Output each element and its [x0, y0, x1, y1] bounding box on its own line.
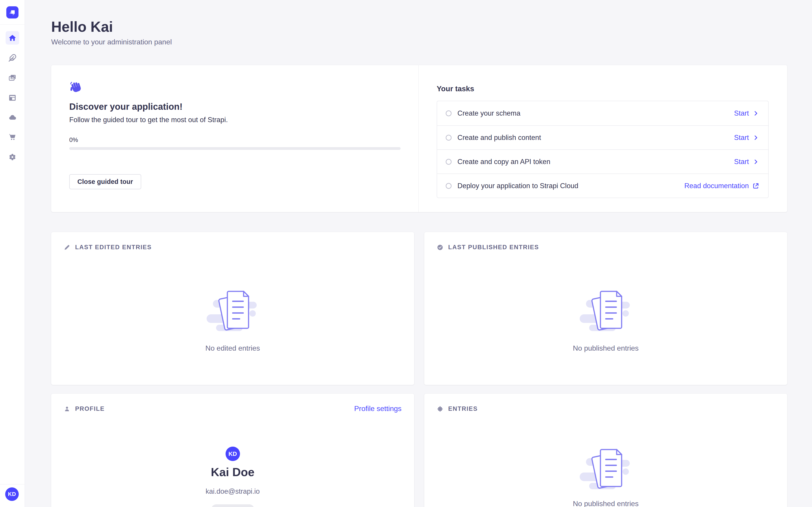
task-list: Create your schema Start Create and publ… [437, 101, 769, 198]
task-status-circle [446, 159, 452, 165]
settings-gear-icon [8, 153, 16, 161]
guided-tour-title: Discover your application! [69, 102, 400, 112]
close-guided-tour-button[interactable]: Close guided tour [69, 174, 141, 189]
chevron-right-icon [753, 134, 759, 141]
person-icon [64, 406, 70, 412]
external-link-icon [753, 182, 759, 189]
task-start-link[interactable]: Start [734, 158, 759, 166]
feather-icon [8, 54, 16, 62]
last-published-entries-card: LAST PUBLISHED ENTRIES No published entr… [424, 232, 787, 385]
sidebar-item-media-library[interactable] [6, 71, 19, 84]
task-label: Deploy your application to Strapi Cloud [457, 182, 578, 190]
profile-name: Kai Doe [51, 465, 414, 479]
your-tasks-title: Your tasks [437, 84, 768, 93]
last-edited-entries-card: LAST EDITED ENTRIES No edited entries [51, 232, 414, 385]
task-label: Create and copy an API token [457, 158, 550, 166]
cloud-icon [8, 113, 16, 121]
task-row: Create your schema Start [437, 101, 768, 125]
sidebar-item-cloud[interactable] [6, 111, 19, 124]
chevron-right-icon [753, 158, 759, 165]
task-action-label: Start [734, 133, 749, 142]
task-action-label: Start [734, 109, 749, 117]
task-start-link[interactable]: Start [734, 109, 759, 117]
your-tasks-panel: Your tasks Create your schema Start Crea… [419, 65, 787, 212]
guided-tour-card: Discover your application! Follow the gu… [51, 65, 418, 212]
sidebar-divider-bottom [0, 484, 25, 485]
home-icon [8, 34, 16, 42]
task-status-circle [446, 110, 452, 116]
empty-documents-illustration [574, 281, 638, 335]
sidebar-item-home[interactable] [6, 31, 19, 45]
media-library-icon [8, 74, 16, 82]
progress-label: 0% [69, 136, 400, 144]
progress-bar [69, 147, 401, 150]
page-subtitle: Welcome to your administration panel [51, 38, 172, 46]
sidebar-item-settings[interactable] [6, 150, 19, 164]
task-action-label: Start [734, 158, 749, 166]
read-documentation-link[interactable]: Read documentation [684, 182, 759, 190]
chevron-right-icon [753, 110, 759, 117]
sidebar-user-avatar[interactable]: KD [5, 488, 19, 501]
task-status-circle [446, 135, 452, 140]
sidebar-item-content-manager[interactable] [6, 51, 19, 65]
waving-hand-icon [69, 81, 400, 94]
guided-tour-and-tasks-panel: Discover your application! Follow the gu… [51, 65, 787, 212]
empty-documents-illustration [201, 281, 264, 335]
sidebar-item-content-type-builder[interactable] [6, 91, 19, 105]
strapi-logo[interactable] [6, 6, 18, 18]
empty-state-text: No published entries [573, 344, 639, 352]
task-row: Create and copy an API token Start [437, 150, 768, 173]
sidebar-item-marketplace[interactable] [6, 130, 19, 144]
task-row: Create and publish content Start [437, 125, 768, 150]
profile-settings-link[interactable]: Profile settings [354, 404, 402, 413]
empty-state-text: No edited entries [205, 344, 260, 352]
profile-role-badge [211, 504, 254, 507]
task-action-label: Read documentation [684, 182, 749, 190]
profile-card: PROFILE Profile settings KD Kai Doe kai.… [51, 394, 414, 507]
profile-avatar: KD [225, 447, 240, 461]
layout-icon [8, 94, 16, 102]
empty-documents-illustration [574, 439, 638, 493]
card-title: PROFILE [75, 405, 105, 412]
entries-card: ENTRIES No published entries [424, 394, 787, 507]
task-label: Create your schema [457, 109, 520, 117]
profile-email: kai.doe@strapi.io [51, 488, 414, 496]
task-start-link[interactable]: Start [734, 133, 759, 142]
empty-state-text: No published entries [573, 500, 639, 507]
card-header: PROFILE [64, 405, 105, 412]
task-row: Deploy your application to Strapi Cloud … [437, 173, 768, 198]
guided-tour-description: Follow the guided tour to get the most o… [69, 116, 400, 124]
page-title: Hello Kai [51, 18, 113, 35]
task-label: Create and publish content [457, 133, 541, 142]
task-status-circle [446, 183, 452, 189]
sidebar: KD [0, 0, 25, 507]
marketplace-cart-icon [8, 133, 16, 141]
